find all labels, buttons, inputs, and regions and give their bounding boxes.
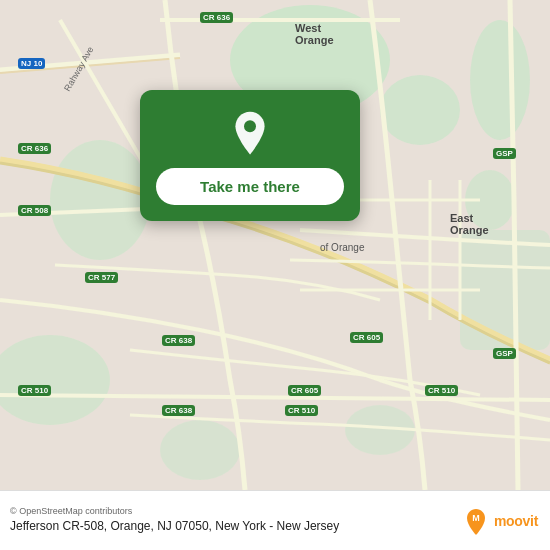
svg-text:M: M <box>472 513 480 523</box>
road-badge-cr605-mid: CR 605 <box>350 332 383 343</box>
svg-point-4 <box>470 20 530 140</box>
road-badge-cr508: CR 508 <box>18 205 51 216</box>
location-card: Take me there <box>140 90 360 221</box>
road-badge-cr638-mid: CR 638 <box>162 335 195 346</box>
road-badge-cr510-left: CR 510 <box>18 385 51 396</box>
road-badge-gsp-bottom: GSP <box>493 348 516 359</box>
road-badge-cr510-right: CR 510 <box>425 385 458 396</box>
road-badge-cr636-left: CR 636 <box>18 143 51 154</box>
road-badge-cr636-top: CR 636 <box>200 12 233 23</box>
moovit-icon: M <box>462 507 490 535</box>
svg-point-3 <box>50 140 150 260</box>
road-badge-cr638-bottom: CR 638 <box>162 405 195 416</box>
place-label-east-orange: EastOrange <box>450 212 489 236</box>
address-text: Jefferson CR-508, Orange, NJ 07050, New … <box>10 518 339 535</box>
bottom-bar-info: © OpenStreetMap contributors Jefferson C… <box>10 506 339 535</box>
svg-point-2 <box>380 75 460 145</box>
moovit-logo: M moovit <box>462 507 538 535</box>
place-label-of-orange: of Orange <box>320 242 364 253</box>
road-badge-nj10: NJ 10 <box>18 58 45 69</box>
bottom-bar: © OpenStreetMap contributors Jefferson C… <box>0 490 550 550</box>
road-badge-gsp-top: GSP <box>493 148 516 159</box>
road-badge-cr510-mid: CR 510 <box>285 405 318 416</box>
place-label-west-orange: WestOrange <box>295 22 334 46</box>
take-me-there-button[interactable]: Take me there <box>156 168 344 205</box>
location-pin-icon <box>226 110 274 158</box>
attribution-text: © OpenStreetMap contributors <box>10 506 339 516</box>
map-container: CR 636 NJ 10 CR 636 CR 508 CR CR 577 CR … <box>0 0 550 490</box>
road-badge-cr577: CR 577 <box>85 272 118 283</box>
road-badge-cr605: CR 605 <box>288 385 321 396</box>
map-svg <box>0 0 550 490</box>
svg-point-21 <box>244 120 256 132</box>
svg-point-8 <box>160 420 240 480</box>
moovit-brand-text: moovit <box>494 513 538 529</box>
